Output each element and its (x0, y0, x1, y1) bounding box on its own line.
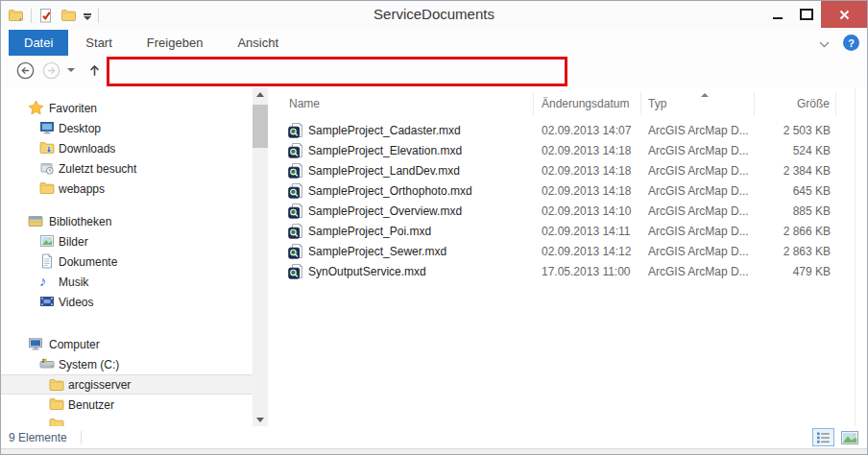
star-icon (28, 100, 44, 116)
column-header-size[interactable]: Größe (755, 92, 836, 115)
qat-separator (98, 9, 99, 23)
status-separator (81, 431, 82, 444)
arcmap-document-icon (288, 123, 303, 138)
file-list-pane: Name Änderungsdatum Typ Größe SampleProj… (270, 87, 867, 426)
sidebar-scrollbar[interactable] (253, 87, 268, 426)
libraries-icon (28, 213, 43, 228)
new-folder-button[interactable] (60, 8, 77, 23)
address-bar-row: Computer System (C:) arcgisserver direct… (1, 56, 867, 87)
table-row[interactable]: SampleProject_Sewer.mxd 02.09.2013 14:12… (270, 241, 867, 261)
scroll-up-button[interactable] (253, 87, 268, 101)
sidebar-item-musik[interactable]: ♪ Musik (1, 272, 253, 292)
sidebar-item-zuletzt-besucht[interactable]: Zuletzt besucht (1, 158, 253, 179)
tab-start[interactable]: Start (68, 30, 129, 56)
table-row[interactable]: SampleProject_Cadaster.mxd 02.09.2013 14… (270, 120, 867, 140)
scrollbar-thumb[interactable] (253, 105, 268, 148)
tab-datei[interactable]: Datei (9, 30, 68, 56)
chevron-down-icon (256, 418, 264, 422)
item-count-label: 9 Elemente (9, 431, 67, 444)
details-view-icon (816, 432, 831, 443)
back-button[interactable] (16, 61, 35, 80)
film-icon (39, 294, 55, 309)
sidebar-item-clipped[interactable] (1, 415, 253, 426)
window-controls (763, 1, 867, 28)
help-button[interactable]: ? (843, 35, 859, 51)
maximize-button[interactable] (792, 1, 821, 28)
sidebar-item-downloads[interactable]: Downloads (1, 138, 253, 158)
computer-icon (28, 336, 43, 351)
list-right-edge (855, 87, 856, 426)
folder-icon (49, 396, 64, 412)
sidebar-item-webapps[interactable]: webapps (1, 179, 253, 199)
sidebar-item-arcgisserver[interactable]: arcgisserver (1, 374, 253, 395)
document-icon (39, 253, 55, 269)
back-icon (16, 61, 35, 80)
recent-places-icon (39, 160, 55, 176)
details-view-button[interactable] (812, 428, 834, 446)
maximize-icon (800, 9, 813, 20)
arcmap-document-icon (288, 244, 303, 259)
folder-icon (49, 377, 64, 393)
thumbnails-view-icon (841, 431, 858, 444)
folder-icon (39, 180, 55, 196)
table-row[interactable]: SynOutputService.mxd 17.05.2013 11:00 Ar… (270, 261, 867, 281)
main-area: Favoriten Desktop Downloads Zuletzt besu… (1, 87, 867, 426)
app-icon[interactable] (8, 8, 24, 23)
folder-icon (49, 417, 64, 426)
ribbon-tab-bar: Datei Start Freigeben Ansicht ? (1, 30, 867, 57)
qat-separator (31, 9, 32, 23)
properties-button[interactable] (38, 8, 54, 24)
table-row[interactable]: SampleProject_Orthophoto.mxd 02.09.2013 … (270, 180, 867, 201)
navigation-pane: Favoriten Desktop Downloads Zuletzt besu… (1, 87, 253, 426)
sidebar-item-system-c[interactable]: System (C:) (1, 354, 253, 374)
window-bottom-edge (1, 448, 867, 454)
close-icon (839, 10, 850, 20)
explorer-window: ServiceDocuments Datei Start Freigeben A… (0, 0, 868, 455)
sidebar-item-videos[interactable]: Videos (1, 292, 253, 312)
column-header-date[interactable]: Änderungsdatum (534, 92, 641, 115)
up-arrow-icon (87, 63, 102, 78)
ribbon-collapse-button[interactable] (819, 35, 830, 52)
pictures-icon (39, 233, 55, 249)
downloads-folder-icon (39, 140, 55, 156)
sidebar-item-benutzer[interactable]: Benutzer (1, 395, 253, 415)
forward-button (42, 61, 60, 80)
drive-icon (39, 356, 55, 371)
recent-locations-dropdown[interactable] (67, 68, 75, 72)
table-row[interactable]: SampleProject_LandDev.mxd 02.09.2013 14:… (270, 160, 867, 180)
forward-icon (42, 61, 60, 80)
minimize-icon (773, 17, 783, 19)
sidebar-section-bibliotheken[interactable]: Bibliotheken (1, 211, 253, 231)
chevron-up-icon (256, 92, 264, 97)
monitor-icon (39, 120, 55, 135)
file-rows: SampleProject_Cadaster.mxd 02.09.2013 14… (270, 120, 867, 281)
chevron-down-icon (819, 41, 830, 48)
up-button[interactable] (87, 63, 102, 78)
chevron-down-icon (84, 16, 91, 20)
arcmap-document-icon (288, 163, 303, 179)
window-title: ServiceDocuments (193, 6, 675, 22)
arcmap-document-icon (288, 204, 303, 219)
customize-toolbar-dropdown[interactable] (84, 11, 91, 20)
sidebar-item-bilder[interactable]: Bilder (1, 231, 253, 251)
column-header-type[interactable]: Typ (641, 92, 755, 115)
minimize-button[interactable] (763, 1, 792, 28)
sidebar-item-dokumente[interactable]: Dokumente (1, 251, 253, 272)
table-row[interactable]: SampleProject_Overview.mxd 02.09.2013 14… (270, 201, 867, 221)
tab-freigeben[interactable]: Freigeben (130, 30, 221, 56)
status-bar: 9 Elemente (1, 426, 867, 448)
music-note-icon: ♪ (39, 274, 47, 289)
chevron-down-icon (67, 68, 75, 72)
sidebar-section-favoriten[interactable]: Favoriten (1, 98, 253, 118)
column-headers: Name Änderungsdatum Typ Größe (270, 92, 867, 115)
column-header-name[interactable]: Name (270, 92, 534, 115)
sidebar-section-computer[interactable]: Computer (1, 334, 253, 354)
thumbnails-view-button[interactable] (838, 428, 860, 446)
table-row[interactable]: SampleProject_Poi.mxd 02.09.2013 14:11 A… (270, 221, 867, 241)
sidebar-item-desktop[interactable]: Desktop (1, 118, 253, 138)
arcmap-document-icon (288, 224, 303, 239)
close-button[interactable] (821, 1, 867, 28)
table-row[interactable]: SampleProject_Elevation.mxd 02.09.2013 1… (270, 140, 867, 160)
tab-ansicht[interactable]: Ansicht (220, 30, 296, 56)
scroll-down-button[interactable] (253, 413, 268, 426)
